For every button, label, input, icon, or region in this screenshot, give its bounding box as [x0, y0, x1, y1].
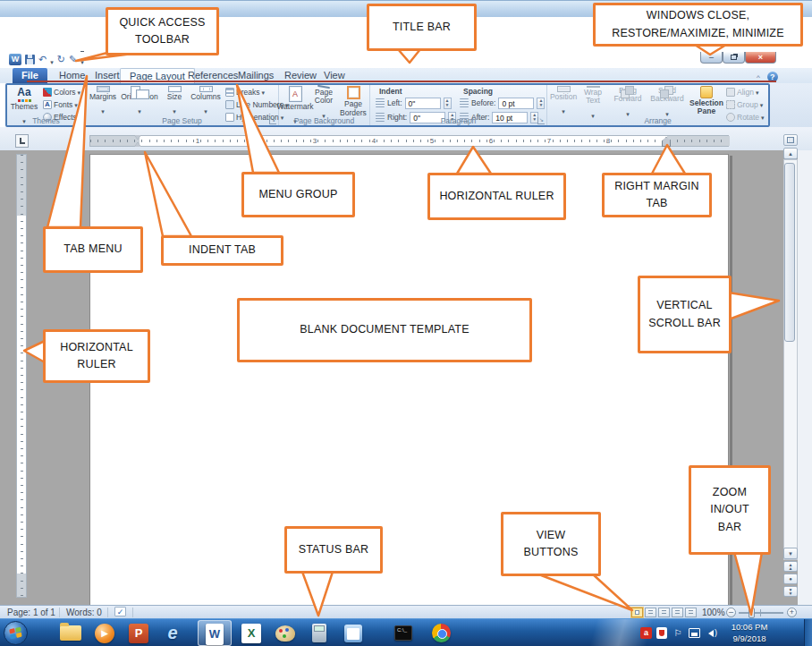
word-count[interactable]: Words: 0 [66, 607, 102, 618]
customize-pen-icon[interactable]: ✎ [69, 54, 77, 65]
size-button[interactable]: Size [161, 86, 188, 117]
next-page-button[interactable]: ▼▼ [783, 586, 798, 597]
print-layout-view-button[interactable] [631, 608, 643, 617]
fullscreen-reading-icon [648, 610, 653, 615]
chrome-icon[interactable] [426, 622, 456, 644]
vertical-ruler[interactable] [16, 154, 27, 598]
zoom-level[interactable]: 100% [702, 607, 725, 618]
align-button[interactable]: Align [726, 87, 758, 98]
paint-icon[interactable] [270, 622, 300, 644]
theme-fonts-button[interactable]: A Fonts [43, 99, 78, 110]
spacing-before-spinner[interactable]: ▲▼ [537, 98, 545, 109]
indent-header: Indent [379, 87, 402, 96]
page-setup-dialog-launcher[interactable]: ↘ [269, 117, 276, 124]
columns-button[interactable]: Columns [190, 86, 222, 117]
qat-more-icon[interactable] [80, 51, 84, 68]
margins-button[interactable]: Margins [88, 86, 118, 117]
callout-horizontal-ruler-top: HORIZONTAL RULER [427, 173, 566, 220]
start-button[interactable] [4, 621, 28, 645]
ribbon-side-fill [770, 83, 812, 127]
command-prompt-icon[interactable]: C:\_ [388, 622, 419, 644]
page-color-button[interactable]: Page Color [309, 86, 338, 117]
scroll-up-button[interactable]: ▲ [783, 148, 798, 159]
orientation-button[interactable]: Orientation [120, 86, 159, 117]
view-ruler-toggle-button[interactable] [783, 134, 798, 146]
media-player-icon[interactable]: ▶ [89, 622, 120, 644]
calculator-icon[interactable] [304, 622, 334, 644]
web-layout-view-button[interactable] [658, 608, 670, 617]
callout-zoom-in-out-bar: ZOOMIN/OUTBAR [689, 465, 771, 555]
margins-icon [97, 86, 110, 92]
right-gutter [798, 150, 812, 605]
title-bar-pointer [398, 49, 420, 63]
callout-view-buttons: VIEWBUTTONS [501, 512, 601, 576]
indent-tab-marker[interactable] [134, 135, 142, 147]
undo-dropdown-icon[interactable] [50, 52, 54, 68]
group-label-page-setup: Page Setup [86, 116, 278, 125]
themes-button[interactable]: Aa Themes [9, 86, 39, 117]
draft-view-button[interactable] [685, 608, 697, 617]
previous-page-button[interactable]: ▲▲ [783, 561, 798, 572]
powerpoint-icon[interactable]: P [123, 622, 154, 644]
selection-pane-button[interactable]: Selection Pane [689, 86, 724, 117]
double-up-icon: ▲▲ [789, 563, 793, 570]
breaks-button[interactable]: Breaks [225, 87, 265, 98]
theme-colors-button[interactable]: Colors [43, 87, 80, 98]
bring-forward-button[interactable]: Bring Forward [610, 86, 646, 117]
network-icon[interactable] [689, 628, 700, 638]
undo-icon[interactable]: ↶ [38, 54, 47, 65]
wrap-text-label: Wrap Text [578, 89, 608, 106]
close-button[interactable]: × [745, 52, 776, 64]
restore-button[interactable] [723, 52, 745, 64]
group-button[interactable]: Group [726, 99, 763, 110]
spellcheck-icon[interactable]: ✓ [114, 607, 126, 616]
themes-icon: Aa [17, 86, 30, 98]
word-taskbar-icon[interactable]: W [199, 623, 230, 645]
group-label-arrange: Arrange [547, 116, 768, 125]
select-browse-object-button[interactable]: ● [783, 574, 798, 584]
spacing-before-input[interactable]: 0 pt [498, 98, 534, 109]
security-tray-icon[interactable] [656, 627, 667, 639]
page-count[interactable]: Page: 1 of 1 [7, 607, 55, 618]
redo-icon[interactable]: ↻ [57, 54, 65, 65]
page-borders-button[interactable]: Page Borders [338, 86, 368, 117]
blank-document-page[interactable] [89, 154, 729, 605]
show-desktop-button[interactable] [804, 619, 812, 646]
word-app-icon[interactable]: W [9, 54, 21, 65]
tab-selector-button[interactable] [15, 134, 29, 148]
minimize-button[interactable]: – [700, 52, 723, 64]
wrap-text-button[interactable]: Wrap Text [578, 86, 608, 117]
position-button[interactable]: Position [549, 86, 578, 117]
excel-icon[interactable]: X [236, 622, 266, 644]
outline-view-button[interactable] [672, 608, 683, 617]
scrollbar-thumb[interactable] [784, 163, 795, 342]
antivirus-tray-icon[interactable]: a [640, 627, 652, 639]
indent-left-input[interactable]: 0" [405, 98, 441, 109]
volume-icon[interactable] [705, 630, 714, 637]
callout-indent-tab: INDENT TAB [161, 235, 283, 266]
taskbar-clock[interactable]: 10:06 PM 9/9/2018 [723, 621, 776, 644]
paragraph-dialog-launcher[interactable]: ↘ [537, 117, 545, 124]
clock-time: 10:06 PM [723, 621, 776, 633]
zoom-out-button[interactable]: – [726, 608, 736, 617]
send-backward-button[interactable]: Send Backward [647, 86, 687, 117]
selection-pane-icon [700, 86, 713, 98]
sticky-app-icon[interactable] [338, 622, 368, 644]
windows-taskbar: ▶ P e W X C:\_ a ⚐ 10:06 PM 9/9/2018 [0, 618, 812, 646]
ruler-number: 5 [430, 137, 434, 145]
scroll-down-button[interactable]: ▼ [783, 548, 798, 559]
zoom-slider-track[interactable] [739, 612, 783, 614]
save-icon[interactable] [25, 55, 35, 64]
horizontal-ruler[interactable]: 1 2 3 4 5 6 7 8 [89, 135, 729, 147]
print-layout-icon [635, 610, 639, 615]
breaks-label: Breaks [236, 88, 259, 97]
zoom-in-button[interactable]: + [787, 608, 797, 617]
draft-icon [689, 610, 693, 615]
watermark-button[interactable]: A Watermark [281, 86, 309, 117]
action-center-flag-icon[interactable]: ⚐ [672, 627, 684, 639]
file-explorer-icon[interactable] [55, 622, 86, 644]
fullscreen-reading-view-button[interactable] [645, 608, 656, 617]
internet-explorer-icon[interactable]: e [157, 622, 188, 644]
indent-left-spinner[interactable]: ▲▼ [444, 98, 452, 109]
zoom-slider-handle[interactable] [749, 608, 755, 618]
